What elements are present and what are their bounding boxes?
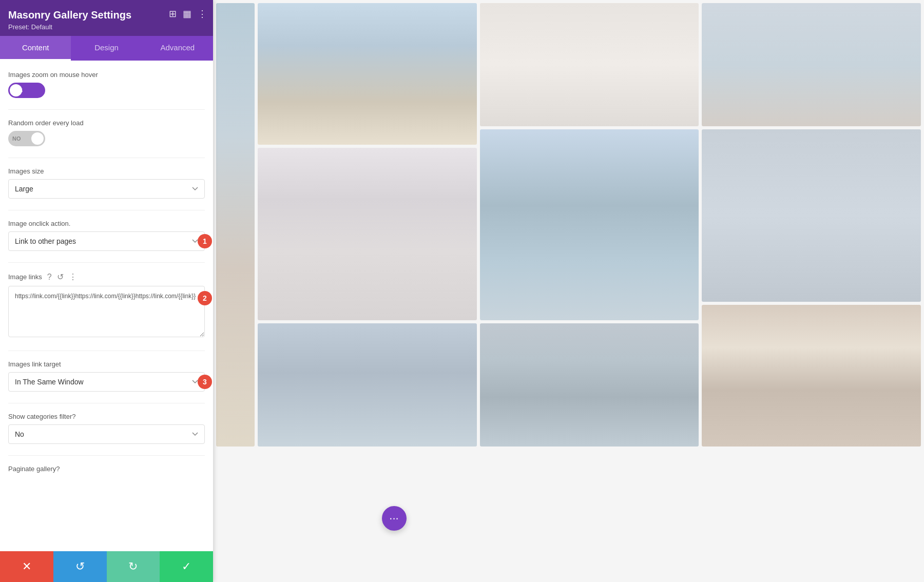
random-toggle-knob — [31, 132, 44, 145]
image-links-header: Image links ? ↺ ⋮ — [8, 272, 205, 282]
categories-setting: Show categories filter? No Yes — [8, 413, 205, 444]
tab-design[interactable]: Design — [71, 36, 142, 61]
image-links-setting: Image links ? ↺ ⋮ https://link.com/{{lin… — [8, 272, 205, 339]
zoom-toggle-row: YES — [8, 83, 205, 98]
cancel-icon: ✕ — [22, 560, 31, 573]
image-links-label: Image links — [8, 273, 42, 281]
images-size-label: Images size — [8, 167, 205, 175]
photo-pier — [258, 3, 477, 145]
random-toggle-label: NO — [12, 135, 21, 142]
photo-pier2 — [258, 323, 477, 447]
divider-3 — [8, 210, 205, 210]
link-target-select[interactable]: In The Same Window New Tab — [8, 372, 205, 392]
image-links-textarea[interactable]: https://link.com/{{link}}https://link.co… — [8, 286, 205, 337]
divider-1 — [8, 109, 205, 110]
onclick-select[interactable]: Link to other pages Open lightbox No act… — [8, 231, 205, 251]
columns-icon[interactable]: ▦ — [183, 8, 191, 20]
redo-button[interactable]: ↻ — [107, 551, 160, 582]
more-links-icon[interactable]: ⋮ — [69, 272, 77, 282]
photo-right2 — [702, 129, 921, 302]
help-icon[interactable]: ? — [47, 273, 52, 282]
grid-icon[interactable]: ⊞ — [169, 8, 177, 20]
link-target-setting: Images link target In The Same Window Ne… — [8, 360, 205, 392]
header-icons: ⊞ ▦ ⋮ — [169, 8, 207, 20]
divider-4 — [8, 262, 205, 263]
onclick-label: Image onclick action. — [8, 220, 205, 227]
random-toggle[interactable]: NO — [8, 131, 45, 146]
sidebar-preset[interactable]: Preset: Default — [8, 23, 205, 31]
divider-5 — [8, 351, 205, 351]
link-target-select-container: In The Same Window New Tab 3 — [8, 372, 205, 392]
onclick-setting: Image onclick action. Link to other page… — [8, 220, 205, 251]
photo-rope — [702, 305, 921, 447]
save-button[interactable]: ✓ — [160, 551, 213, 582]
images-size-select[interactable]: Large Medium Small Full — [8, 179, 205, 199]
tab-advanced[interactable]: Advanced — [142, 36, 213, 61]
bottom-toolbar: ✕ ↺ ↻ ✓ — [0, 551, 213, 582]
onclick-badge: 1 — [198, 234, 212, 248]
float-menu-icon: ··· — [389, 512, 398, 525]
zoom-toggle-label: YES — [11, 87, 23, 93]
photo-sea — [480, 129, 699, 320]
photo-landscape-top — [702, 3, 921, 126]
settings-content: Images zoom on mouse hover YES Random or… — [0, 61, 213, 551]
zoom-toggle[interactable]: YES — [8, 83, 45, 98]
photo-room — [258, 148, 477, 320]
random-toggle-row: NO — [8, 131, 205, 146]
photo-walker — [480, 323, 699, 447]
photo-sofa-top — [480, 3, 699, 126]
paginate-setting: Paginate gallery? — [8, 465, 205, 473]
link-target-badge: 3 — [198, 375, 212, 389]
undo-button[interactable]: ↺ — [53, 551, 107, 582]
tab-content[interactable]: Content — [0, 36, 71, 61]
photo-beach-left — [216, 3, 255, 447]
random-setting: Random order every load NO — [8, 119, 205, 146]
main-content: ··· — [213, 0, 924, 582]
tabs-container: Content Design Advanced — [0, 36, 213, 61]
categories-select[interactable]: No Yes — [8, 424, 205, 444]
zoom-setting: Images zoom on mouse hover YES — [8, 71, 205, 98]
zoom-label: Images zoom on mouse hover — [8, 71, 205, 79]
images-size-setting: Images size Large Medium Small Full — [8, 167, 205, 199]
image-links-textarea-container: https://link.com/{{link}}https://link.co… — [8, 286, 205, 339]
gallery-grid — [213, 0, 924, 582]
divider-6 — [8, 403, 205, 403]
image-links-badge: 2 — [198, 291, 212, 305]
sidebar-header: Masonry Gallery Settings Preset: Default… — [0, 0, 213, 36]
random-label: Random order every load — [8, 119, 205, 127]
divider-7 — [8, 455, 205, 456]
more-icon[interactable]: ⋮ — [198, 8, 207, 20]
float-menu-button[interactable]: ··· — [382, 506, 407, 531]
redo-icon: ↻ — [128, 560, 138, 573]
divider-2 — [8, 158, 205, 158]
onclick-select-container: Link to other pages Open lightbox No act… — [8, 231, 205, 251]
link-target-label: Images link target — [8, 360, 205, 368]
sidebar: Masonry Gallery Settings Preset: Default… — [0, 0, 213, 582]
undo-icon: ↺ — [75, 560, 85, 573]
categories-label: Show categories filter? — [8, 413, 205, 420]
reset-icon[interactable]: ↺ — [57, 272, 64, 282]
paginate-label: Paginate gallery? — [8, 465, 205, 473]
save-icon: ✓ — [182, 560, 191, 573]
cancel-button[interactable]: ✕ — [0, 551, 53, 582]
